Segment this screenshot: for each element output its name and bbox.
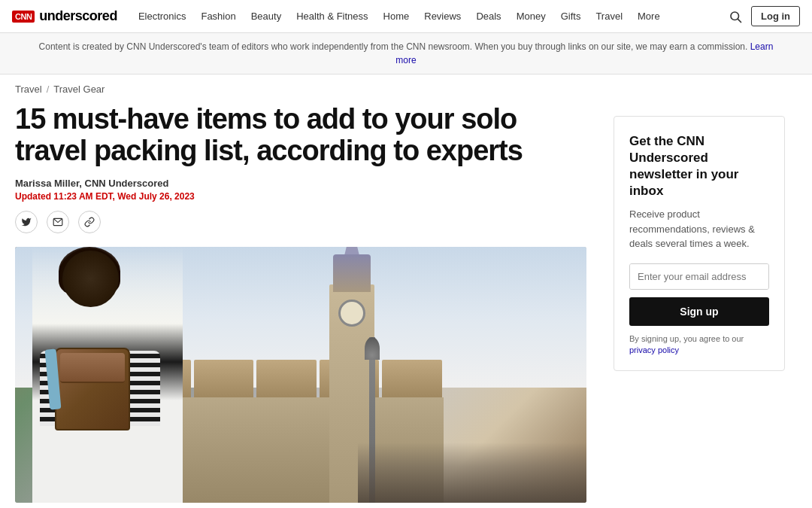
privacy-policy-link[interactable]: privacy policy xyxy=(629,345,679,354)
nav-item-travel[interactable]: Travel xyxy=(588,0,630,33)
privacy-prefix: By signing up, you agree to our xyxy=(629,334,744,343)
nav-item-home[interactable]: Home xyxy=(376,0,417,33)
breadcrumb: Travel / Travel Gear xyxy=(15,75,797,101)
hero-image xyxy=(15,247,586,503)
article-column: 15 must-have items to add to your solo t… xyxy=(15,101,601,503)
breadcrumb-travel-gear[interactable]: Travel Gear xyxy=(53,84,105,95)
nav-item-fashion[interactable]: Fashion xyxy=(193,0,243,33)
article-title: 15 must-have items to add to your solo t… xyxy=(15,104,586,167)
cnn-logo-box: CNN xyxy=(12,11,35,23)
cnn-logo[interactable]: CNN underscored xyxy=(12,8,117,24)
email-input-row xyxy=(629,263,769,290)
nav-item-gifts[interactable]: Gifts xyxy=(553,0,589,33)
article-dateline: Updated 11:23 AM EDT, Wed July 26, 2023 xyxy=(15,191,586,202)
breadcrumb-separator: / xyxy=(47,84,50,95)
newsletter-title: Get the CNN Underscored newsletter in yo… xyxy=(629,133,769,199)
email-input-field[interactable] xyxy=(630,264,769,289)
share-email-button[interactable] xyxy=(47,211,69,233)
newsletter-description: Receive product recommendations, reviews… xyxy=(629,207,769,251)
nav-item-reviews[interactable]: Reviews xyxy=(417,0,468,33)
nav-item-health-fitness[interactable]: Health & Fitness xyxy=(289,0,375,33)
site-header: CNN underscored Electronics Fashion Beau… xyxy=(0,0,812,33)
dateline-text: 11:23 AM EDT, Wed July 26, 2023 xyxy=(53,191,194,202)
nav-item-beauty[interactable]: Beauty xyxy=(244,0,289,33)
dateline-prefix: Updated xyxy=(15,191,51,202)
disclaimer-text: Content is created by CNN Underscored's … xyxy=(39,41,748,52)
nav-item-more[interactable]: More xyxy=(630,0,668,33)
nav-item-deals[interactable]: Deals xyxy=(468,0,508,33)
disclaimer-bar: Content is created by CNN Underscored's … xyxy=(0,33,812,75)
main-nav: Electronics Fashion Beauty Health & Fitn… xyxy=(131,0,726,33)
login-button[interactable]: Log in xyxy=(751,6,800,26)
share-link-button[interactable] xyxy=(78,211,101,233)
privacy-note: By signing up, you agree to our privacy … xyxy=(629,333,769,357)
newsletter-signup-box: Get the CNN Underscored newsletter in yo… xyxy=(614,116,785,371)
search-icon xyxy=(729,10,742,23)
share-bar xyxy=(15,211,586,233)
underscored-wordmark: underscored xyxy=(39,8,117,24)
nav-item-money[interactable]: Money xyxy=(509,0,553,33)
svg-line-1 xyxy=(738,19,741,22)
content-area: 15 must-have items to add to your solo t… xyxy=(15,101,797,503)
newsletter-signup-button[interactable]: Sign up xyxy=(629,297,769,326)
breadcrumb-travel[interactable]: Travel xyxy=(15,84,42,95)
nav-item-electronics[interactable]: Electronics xyxy=(131,0,194,33)
search-button[interactable] xyxy=(726,7,745,26)
share-twitter-button[interactable] xyxy=(15,211,38,233)
article-byline: Marissa Miller, CNN Underscored xyxy=(15,178,586,189)
sidebar: Get the CNN Underscored newsletter in yo… xyxy=(601,101,797,503)
